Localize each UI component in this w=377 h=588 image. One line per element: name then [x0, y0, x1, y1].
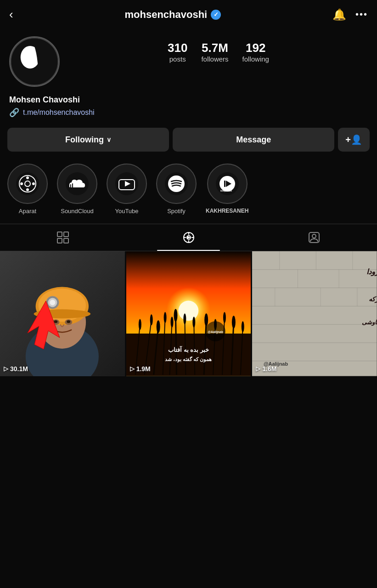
svg-point-77	[183, 313, 186, 324]
highlight-aparat[interactable]: Aparat	[7, 164, 48, 215]
post-item-2[interactable]: خبر بده به آفتاب همون که گفته بود، شد @A…	[126, 251, 251, 376]
svg-point-51	[54, 320, 57, 323]
svg-text:beeptunes: beeptunes	[220, 189, 232, 192]
play-count-text-2: 1.9M	[136, 365, 151, 373]
play-icon-3: ▷	[256, 365, 260, 372]
svg-point-7	[26, 176, 29, 179]
message-button[interactable]: Message	[173, 128, 334, 152]
highlights-section: Aparat SoundCloud YouTube	[0, 159, 377, 224]
post-item-3[interactable]: هر که زغوغا و سرودا عاملی از رو صرکه محس…	[252, 251, 377, 376]
highlight-circle-youtube	[107, 164, 147, 204]
display-name: Mohsen Chavoshi	[9, 95, 368, 105]
svg-point-73	[156, 320, 160, 333]
svg-point-19	[168, 175, 185, 192]
header: ‹ mohsenchavoshi ✓ 🔔 •••	[0, 0, 377, 29]
svg-point-37	[312, 234, 316, 238]
bio-section: Mohsen Chavoshi 🔗 t.me/mohsenchavoshi	[0, 91, 377, 123]
stats-row: 310 posts 5.7M followers 192 following	[69, 41, 368, 63]
add-person-button[interactable]: +👤	[338, 128, 370, 152]
svg-point-48	[50, 300, 55, 305]
header-username: mohsenchavoshi ✓	[124, 9, 221, 21]
play-count-text-3: 1.6M	[262, 365, 276, 373]
profile-section: 310 posts 5.7M followers 192 following	[0, 29, 377, 91]
link-icon: 🔗	[9, 107, 19, 118]
post-image-1	[0, 251, 125, 376]
post-item-1[interactable]: ▷ 30.1M	[0, 251, 125, 376]
highlight-circle-kakhresaneh: beeptunes	[207, 164, 248, 204]
svg-point-72	[150, 314, 152, 325]
svg-point-71	[139, 319, 141, 330]
followers-count: 5.7M	[201, 41, 228, 55]
highlight-label-spotify: Spotify	[167, 208, 186, 215]
following-button[interactable]: Following ∨	[7, 128, 169, 152]
highlight-circle-aparat	[7, 164, 48, 204]
posts-grid: ▷ 30.1M	[0, 251, 377, 376]
svg-rect-25	[57, 232, 62, 237]
tab-grid[interactable]	[0, 224, 126, 251]
stat-followers[interactable]: 5.7M followers	[201, 41, 228, 63]
highlight-label-kakhresaneh: KAKHRESANEH	[206, 208, 248, 214]
stat-following[interactable]: 192 following	[242, 41, 269, 63]
highlight-label-youtube: YouTube	[115, 208, 138, 215]
link-text: t.me/mohsenchavoshi	[23, 108, 95, 117]
svg-rect-88	[252, 251, 377, 376]
chevron-down-icon: ∨	[107, 136, 111, 143]
tab-reels[interactable]	[126, 224, 252, 251]
username-text: mohsenchavoshi	[124, 9, 207, 21]
svg-text:هر که زغوغا و سرودا: هر که زغوغا و سرودا	[366, 268, 377, 276]
tagged-icon	[308, 232, 320, 243]
svg-point-83	[241, 321, 244, 332]
svg-line-63	[175, 315, 176, 374]
play-icon-2: ▷	[130, 365, 135, 372]
post-image-2: خبر بده به آفتاب همون که گفته بود، شد @A…	[126, 251, 251, 376]
highlight-kakhresaneh[interactable]: beeptunes KAKHRESANEH	[206, 164, 248, 215]
svg-rect-23	[224, 181, 225, 187]
svg-text:عاملی از رو صرکه: عاملی از رو صرکه	[369, 295, 377, 303]
aparat-icon	[16, 172, 39, 195]
svg-point-74	[163, 312, 166, 323]
reels-icon	[183, 232, 195, 243]
highlight-label-soundcloud: SoundCloud	[61, 208, 94, 215]
svg-text:خبر بده به آفتاب: خبر بده به آفتاب	[168, 345, 209, 354]
notification-icon[interactable]: 🔔	[332, 8, 346, 21]
tab-tagged[interactable]	[251, 224, 377, 251]
post-play-count-1: ▷ 30.1M	[4, 365, 28, 373]
youtube-icon	[115, 172, 138, 195]
svg-text:همون که گفته بود، شد: همون که گفته بود، شد	[165, 356, 212, 362]
avatar	[9, 36, 60, 87]
back-button[interactable]: ‹	[9, 7, 13, 22]
post-image-3: هر که زغوغا و سرودا عاملی از رو صرکه محس…	[252, 251, 377, 376]
followers-label: followers	[201, 55, 228, 63]
svg-rect-13	[70, 184, 71, 188]
svg-point-76	[174, 309, 177, 322]
avatar-image	[11, 36, 58, 87]
action-buttons: Following ∨ Message +👤	[0, 123, 377, 159]
svg-rect-12	[68, 185, 69, 188]
following-label: Following	[65, 135, 104, 145]
verified-badge: ✓	[211, 10, 221, 20]
highlight-soundcloud[interactable]: SoundCloud	[57, 164, 97, 215]
play-icon: ▷	[4, 365, 8, 372]
following-label: following	[242, 55, 269, 63]
svg-text:@Aalijnab: @Aalijnab	[208, 330, 223, 334]
play-count-text: 30.1M	[10, 365, 28, 373]
svg-point-81	[223, 312, 226, 323]
more-options-icon[interactable]: •••	[355, 9, 368, 20]
highlight-youtube[interactable]: YouTube	[107, 164, 147, 215]
svg-point-52	[67, 320, 70, 323]
svg-point-10	[32, 182, 35, 185]
highlight-spotify[interactable]: Spotify	[156, 164, 197, 215]
bio-link[interactable]: 🔗 t.me/mohsenchavoshi	[9, 107, 368, 118]
spotify-icon	[165, 172, 188, 195]
kakhresaneh-icon: beeptunes	[216, 172, 239, 195]
post-play-count-2: ▷ 1.9M	[130, 365, 151, 373]
grid-icon	[57, 232, 69, 243]
highlight-label-aparat: Aparat	[19, 208, 36, 215]
svg-point-82	[232, 316, 236, 328]
svg-point-9	[20, 182, 23, 185]
stat-posts[interactable]: 310 posts	[168, 41, 187, 63]
post-play-count-3: ▷ 1.6M	[256, 365, 276, 373]
highlight-circle-soundcloud	[57, 164, 97, 204]
svg-rect-28	[64, 238, 68, 243]
add-person-icon: +👤	[345, 135, 362, 145]
